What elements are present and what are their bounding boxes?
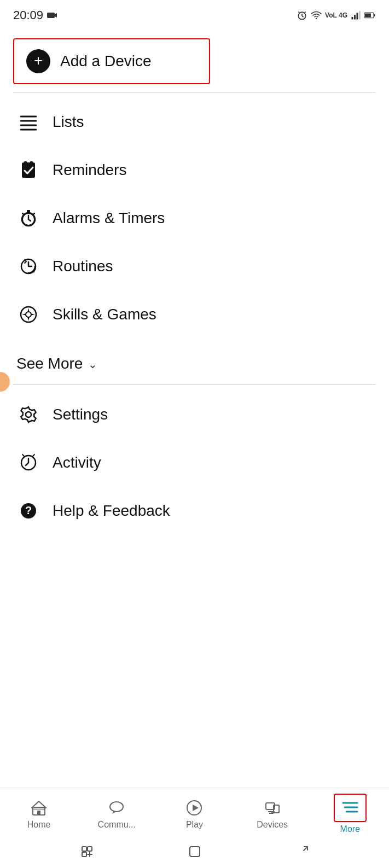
chat-icon — [107, 798, 126, 818]
settings-icon — [16, 403, 40, 427]
svg-rect-35 — [37, 811, 40, 815]
svg-rect-53 — [190, 847, 200, 857]
reminders-icon — [16, 158, 40, 182]
see-more-section[interactable]: See More ⌄ — [0, 344, 389, 385]
play-icon — [184, 798, 204, 818]
routines-icon — [16, 254, 40, 278]
add-device-section: + Add a Device — [0, 28, 389, 92]
tab-play-label: Play — [186, 820, 203, 830]
tab-community[interactable]: Commu... — [89, 798, 144, 830]
menu-item-activity[interactable]: Activity — [0, 439, 389, 487]
menu-item-routines[interactable]: Routines — [0, 242, 389, 290]
battery-icon — [364, 11, 376, 19]
svg-marker-39 — [193, 805, 199, 811]
alarms-label: Alarms & Timers — [53, 209, 165, 227]
reminders-label: Reminders — [53, 161, 126, 179]
tab-community-label: Commu... — [98, 820, 136, 830]
devices-icon — [263, 798, 282, 818]
chevron-down-icon: ⌄ — [88, 358, 97, 371]
camera-icon — [47, 11, 57, 20]
svg-rect-9 — [365, 13, 371, 17]
help-icon: ? — [16, 499, 40, 523]
svg-text:?: ? — [25, 504, 32, 516]
svg-point-37 — [110, 802, 123, 812]
svg-rect-15 — [22, 162, 35, 178]
lists-icon — [16, 110, 40, 134]
bottom-navigation: Home Commu... Play — [0, 788, 389, 868]
svg-rect-0 — [47, 13, 55, 18]
tab-devices[interactable]: Devices — [245, 798, 300, 830]
alarms-icon — [16, 206, 40, 230]
android-back-btn[interactable] — [78, 843, 96, 860]
menu-item-settings[interactable]: Settings — [0, 391, 389, 439]
routines-label: Routines — [53, 258, 113, 275]
network-label: VoL 4G — [325, 11, 347, 19]
svg-rect-20 — [27, 210, 30, 212]
signal-icon — [351, 10, 361, 20]
activity-icon — [16, 451, 40, 475]
tab-home-label: Home — [27, 820, 51, 830]
menu-item-alarms[interactable]: Alarms & Timers — [0, 194, 389, 242]
status-time: 20:09 — [13, 8, 57, 22]
tab-play[interactable]: Play — [167, 798, 222, 830]
home-icon — [29, 798, 49, 818]
tab-devices-label: Devices — [257, 820, 288, 830]
svg-rect-4 — [352, 17, 353, 20]
svg-rect-50 — [82, 852, 86, 857]
add-icon-circle: + — [26, 49, 50, 73]
alarm-icon — [297, 10, 307, 21]
see-more-label: See More — [16, 355, 83, 372]
tab-home[interactable]: Home — [11, 798, 66, 830]
svg-point-29 — [26, 412, 31, 417]
skills-icon — [16, 302, 40, 327]
plus-icon: + — [34, 53, 43, 68]
tab-more-label: More — [340, 824, 360, 834]
menu-item-reminders[interactable]: Reminders — [0, 146, 389, 194]
android-recents-btn[interactable] — [294, 843, 311, 860]
svg-point-3 — [316, 18, 317, 20]
svg-rect-5 — [354, 15, 356, 19]
android-nav-bar — [0, 837, 389, 868]
settings-label: Settings — [53, 406, 108, 423]
menu-item-help[interactable]: ? Help & Feedback — [0, 487, 389, 535]
android-home-btn[interactable] — [186, 843, 204, 860]
menu-item-lists[interactable]: Lists — [0, 98, 389, 146]
svg-rect-17 — [30, 161, 33, 165]
nav-tabs: Home Commu... Play — [0, 788, 389, 837]
more-icon — [340, 798, 360, 818]
svg-line-54 — [304, 847, 307, 850]
skills-label: Skills & Games — [53, 306, 156, 323]
time-display: 20:09 — [13, 8, 43, 22]
menu-list: Lists Reminders Alarms & Timers — [0, 92, 389, 344]
svg-rect-48 — [82, 847, 86, 851]
add-device-button[interactable]: + Add a Device — [13, 38, 210, 84]
more-tab-highlighted — [334, 794, 367, 822]
svg-point-24 — [26, 312, 31, 317]
status-bar: 20:09 VoL 4G — [0, 0, 389, 28]
bottom-spacer — [0, 540, 389, 611]
svg-rect-7 — [359, 11, 361, 20]
svg-marker-1 — [55, 13, 57, 18]
svg-rect-49 — [88, 847, 92, 851]
activity-label: Activity — [53, 454, 101, 471]
settings-list: Settings Activity ? Help & Feedback — [0, 385, 389, 540]
help-label: Help & Feedback — [53, 502, 170, 520]
menu-item-skills[interactable]: Skills & Games — [0, 290, 389, 339]
lists-label: Lists — [53, 113, 84, 131]
wifi-icon — [311, 10, 322, 21]
svg-rect-10 — [374, 14, 375, 17]
status-icons: VoL 4G — [297, 10, 376, 21]
svg-rect-6 — [357, 13, 358, 20]
add-device-label: Add a Device — [60, 53, 152, 70]
svg-rect-16 — [24, 161, 27, 165]
tab-more[interactable]: More — [323, 794, 378, 834]
